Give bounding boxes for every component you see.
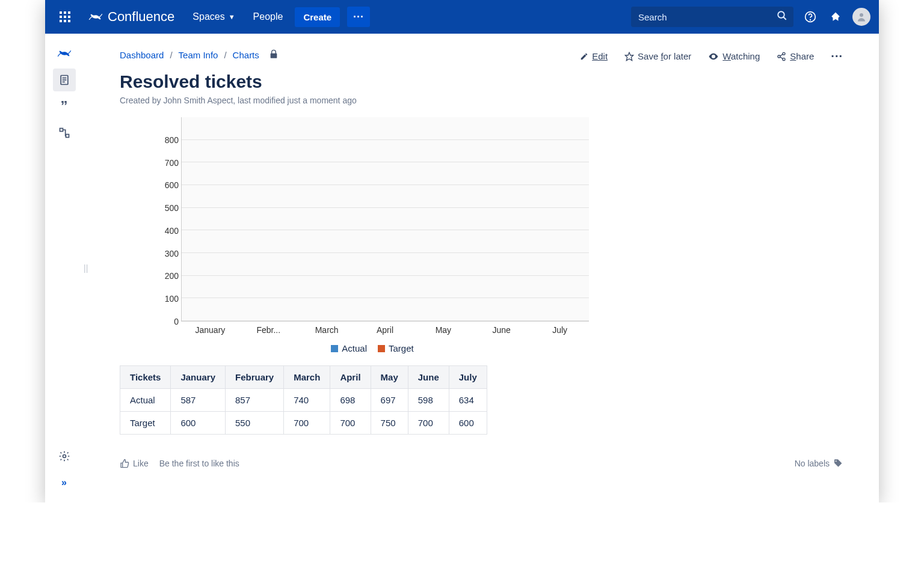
confluence-logo-icon: [88, 10, 103, 24]
svg-rect-5: [68, 16, 70, 18]
topbar: Confluence Spaces▼ People Create ···: [45, 0, 879, 34]
labels-section[interactable]: No labels: [795, 459, 843, 468]
chart-plot: [181, 117, 589, 322]
sidebar-rail: ” »: [45, 34, 84, 502]
tree-icon: [58, 127, 70, 139]
star-icon: [624, 52, 634, 61]
search-input[interactable]: [637, 11, 777, 23]
chevron-down-icon: ▼: [229, 13, 235, 20]
svg-rect-6: [60, 20, 62, 22]
svg-rect-0: [60, 11, 62, 14]
page-icon: [58, 74, 70, 86]
table-row: Target600550700700750700600: [120, 412, 487, 435]
svg-rect-2: [68, 11, 70, 14]
page-title: Resolved tickets: [120, 72, 843, 92]
svg-line-26: [780, 57, 783, 59]
svg-point-22: [783, 52, 785, 55]
expand-icon: »: [61, 477, 67, 488]
brand[interactable]: Confluence: [82, 0, 180, 34]
svg-rect-4: [64, 16, 66, 18]
svg-line-25: [780, 54, 783, 56]
svg-marker-21: [625, 52, 633, 60]
space-logo[interactable]: [53, 42, 76, 65]
be-first-text: Be the first to like this: [159, 459, 239, 468]
apps-icon: [60, 11, 70, 22]
search-box[interactable]: [631, 7, 793, 27]
svg-point-24: [783, 58, 785, 60]
help-button[interactable]: [802, 8, 819, 25]
rail-settings[interactable]: [53, 445, 76, 468]
notifications-button[interactable]: [827, 8, 844, 25]
svg-rect-1: [64, 11, 66, 14]
save-for-later-button[interactable]: Save for later: [624, 51, 691, 61]
page-footer: Like Be the first to like this No labels: [120, 459, 843, 468]
confluence-icon: [57, 46, 72, 61]
share-icon: [777, 52, 786, 61]
rail-pages[interactable]: [53, 69, 76, 91]
chart: 0100200300400500600700800 JanuaryFebr...…: [156, 117, 589, 353]
profile-avatar[interactable]: [852, 8, 870, 26]
svg-rect-7: [64, 20, 66, 22]
svg-rect-18: [60, 129, 63, 132]
chart-yaxis: 0100200300400500600700800: [156, 117, 181, 322]
nav-spaces[interactable]: Spaces▼: [186, 0, 241, 34]
watching-button[interactable]: Watching: [708, 51, 760, 62]
legend-actual: Actual: [331, 343, 367, 353]
like-button[interactable]: Like: [120, 459, 149, 468]
svg-rect-19: [66, 135, 69, 138]
breadcrumb-charts[interactable]: Charts: [233, 50, 259, 60]
person-icon: [856, 11, 867, 22]
svg-point-9: [778, 11, 784, 18]
nav-people[interactable]: People: [247, 0, 289, 34]
quote-icon: ”: [61, 98, 68, 115]
breadcrumb: Dashboard / Team Info / Charts: [120, 49, 279, 61]
tag-icon: [833, 459, 843, 468]
rail-tree[interactable]: [53, 121, 76, 144]
edit-button[interactable]: Edit: [580, 51, 608, 61]
svg-point-13: [860, 13, 863, 17]
create-more-button[interactable]: ···: [347, 7, 370, 27]
restrictions-icon[interactable]: [269, 49, 279, 61]
svg-point-23: [778, 55, 780, 58]
breadcrumb-dashboard[interactable]: Dashboard: [120, 50, 164, 60]
rail-expand[interactable]: »: [53, 471, 76, 494]
chart-legend: Actual Target: [156, 343, 589, 353]
pencil-icon: [580, 52, 588, 61]
breadcrumb-team-info[interactable]: Team Info: [179, 50, 218, 60]
svg-point-12: [810, 20, 811, 20]
page-actions: Edit Save for later Watching Share ···: [580, 49, 843, 63]
data-table: TicketsJanuaryFebruaryMarchAprilMayJuneJ…: [120, 365, 487, 435]
table-row: Actual587857740698697598634: [120, 389, 487, 412]
legend-target: Target: [378, 343, 414, 353]
share-button[interactable]: Share: [777, 51, 814, 61]
notification-icon: [830, 11, 841, 22]
more-actions-button[interactable]: ···: [831, 49, 843, 63]
create-button[interactable]: Create: [295, 7, 340, 27]
svg-point-20: [63, 455, 66, 458]
brand-label: Confluence: [108, 9, 174, 25]
rail-blog[interactable]: ”: [53, 95, 76, 118]
gear-icon: [58, 450, 70, 462]
page-meta: Created by John Smith Aspect, last modif…: [120, 96, 843, 105]
svg-line-10: [783, 17, 786, 20]
thumb-up-icon: [120, 459, 129, 468]
chart-xaxis: JanuaryFebr...MarchAprilMayJuneJuly: [181, 322, 589, 335]
help-icon: [804, 11, 816, 23]
main-content: Dashboard / Team Info / Charts Edit: [84, 34, 879, 502]
svg-rect-8: [68, 20, 70, 22]
eye-icon: [708, 51, 719, 62]
svg-rect-3: [60, 16, 62, 18]
search-icon: [777, 10, 787, 23]
sidebar-resize-handle[interactable]: ||: [84, 263, 88, 273]
apps-switcher[interactable]: [54, 0, 76, 34]
